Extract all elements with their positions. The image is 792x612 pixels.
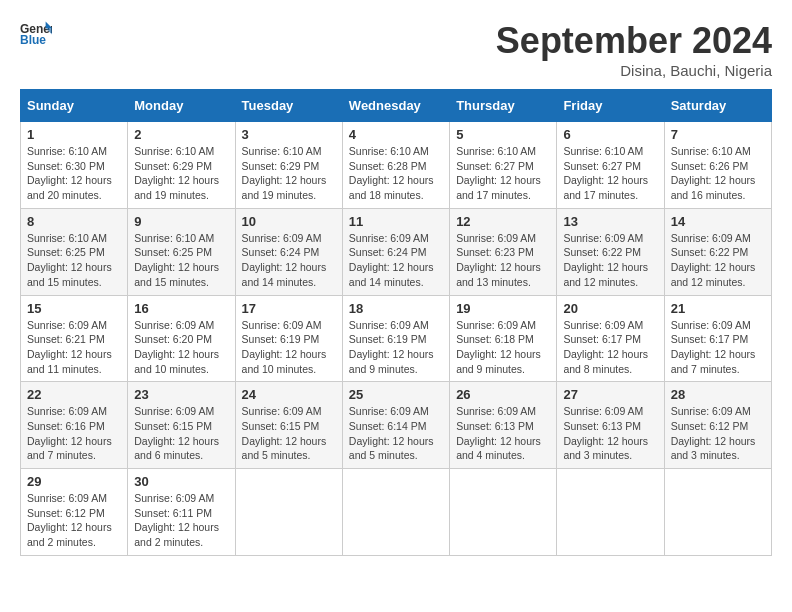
day-number: 9: [134, 214, 228, 229]
header-monday: Monday: [128, 90, 235, 122]
calendar-cell: 30Sunrise: 6:09 AM Sunset: 6:11 PM Dayli…: [128, 469, 235, 556]
calendar-cell: [557, 469, 664, 556]
calendar-cell: 1Sunrise: 6:10 AM Sunset: 6:30 PM Daylig…: [21, 122, 128, 209]
day-number: 19: [456, 301, 550, 316]
day-number: 23: [134, 387, 228, 402]
location-subtitle: Disina, Bauchi, Nigeria: [496, 62, 772, 79]
header-friday: Friday: [557, 90, 664, 122]
calendar-cell: 28Sunrise: 6:09 AM Sunset: 6:12 PM Dayli…: [664, 382, 771, 469]
day-info: Sunrise: 6:09 AM Sunset: 6:17 PM Dayligh…: [671, 318, 765, 377]
day-number: 27: [563, 387, 657, 402]
header-sunday: Sunday: [21, 90, 128, 122]
header-wednesday: Wednesday: [342, 90, 449, 122]
calendar-cell: 14Sunrise: 6:09 AM Sunset: 6:22 PM Dayli…: [664, 208, 771, 295]
day-number: 18: [349, 301, 443, 316]
day-info: Sunrise: 6:09 AM Sunset: 6:13 PM Dayligh…: [563, 404, 657, 463]
title-block: September 2024 Disina, Bauchi, Nigeria: [496, 20, 772, 79]
calendar-cell: 20Sunrise: 6:09 AM Sunset: 6:17 PM Dayli…: [557, 295, 664, 382]
day-info: Sunrise: 6:09 AM Sunset: 6:15 PM Dayligh…: [134, 404, 228, 463]
calendar-cell: 25Sunrise: 6:09 AM Sunset: 6:14 PM Dayli…: [342, 382, 449, 469]
calendar-cell: 2Sunrise: 6:10 AM Sunset: 6:29 PM Daylig…: [128, 122, 235, 209]
day-number: 26: [456, 387, 550, 402]
calendar-week-row: 8Sunrise: 6:10 AM Sunset: 6:25 PM Daylig…: [21, 208, 772, 295]
day-info: Sunrise: 6:09 AM Sunset: 6:22 PM Dayligh…: [671, 231, 765, 290]
header-thursday: Thursday: [450, 90, 557, 122]
calendar-cell: 18Sunrise: 6:09 AM Sunset: 6:19 PM Dayli…: [342, 295, 449, 382]
day-info: Sunrise: 6:10 AM Sunset: 6:27 PM Dayligh…: [456, 144, 550, 203]
header-tuesday: Tuesday: [235, 90, 342, 122]
day-info: Sunrise: 6:10 AM Sunset: 6:26 PM Dayligh…: [671, 144, 765, 203]
calendar-cell: 29Sunrise: 6:09 AM Sunset: 6:12 PM Dayli…: [21, 469, 128, 556]
logo: General Blue: [20, 20, 52, 48]
calendar-cell: 10Sunrise: 6:09 AM Sunset: 6:24 PM Dayli…: [235, 208, 342, 295]
day-info: Sunrise: 6:10 AM Sunset: 6:29 PM Dayligh…: [134, 144, 228, 203]
calendar-cell: [450, 469, 557, 556]
day-number: 30: [134, 474, 228, 489]
calendar-cell: 19Sunrise: 6:09 AM Sunset: 6:18 PM Dayli…: [450, 295, 557, 382]
day-number: 10: [242, 214, 336, 229]
day-info: Sunrise: 6:09 AM Sunset: 6:12 PM Dayligh…: [27, 491, 121, 550]
day-info: Sunrise: 6:09 AM Sunset: 6:22 PM Dayligh…: [563, 231, 657, 290]
day-number: 5: [456, 127, 550, 142]
day-info: Sunrise: 6:09 AM Sunset: 6:19 PM Dayligh…: [242, 318, 336, 377]
day-number: 14: [671, 214, 765, 229]
calendar-cell: 4Sunrise: 6:10 AM Sunset: 6:28 PM Daylig…: [342, 122, 449, 209]
calendar-cell: 24Sunrise: 6:09 AM Sunset: 6:15 PM Dayli…: [235, 382, 342, 469]
day-number: 24: [242, 387, 336, 402]
calendar-cell: 21Sunrise: 6:09 AM Sunset: 6:17 PM Dayli…: [664, 295, 771, 382]
day-number: 6: [563, 127, 657, 142]
calendar-cell: 23Sunrise: 6:09 AM Sunset: 6:15 PM Dayli…: [128, 382, 235, 469]
calendar-cell: 7Sunrise: 6:10 AM Sunset: 6:26 PM Daylig…: [664, 122, 771, 209]
calendar-cell: 11Sunrise: 6:09 AM Sunset: 6:24 PM Dayli…: [342, 208, 449, 295]
day-number: 1: [27, 127, 121, 142]
day-number: 4: [349, 127, 443, 142]
page-header: General Blue September 2024 Disina, Bauc…: [20, 20, 772, 79]
calendar-week-row: 1Sunrise: 6:10 AM Sunset: 6:30 PM Daylig…: [21, 122, 772, 209]
day-info: Sunrise: 6:09 AM Sunset: 6:15 PM Dayligh…: [242, 404, 336, 463]
day-number: 16: [134, 301, 228, 316]
calendar-cell: 17Sunrise: 6:09 AM Sunset: 6:19 PM Dayli…: [235, 295, 342, 382]
day-info: Sunrise: 6:09 AM Sunset: 6:20 PM Dayligh…: [134, 318, 228, 377]
day-info: Sunrise: 6:09 AM Sunset: 6:18 PM Dayligh…: [456, 318, 550, 377]
day-number: 2: [134, 127, 228, 142]
day-number: 7: [671, 127, 765, 142]
day-info: Sunrise: 6:09 AM Sunset: 6:23 PM Dayligh…: [456, 231, 550, 290]
calendar-cell: 12Sunrise: 6:09 AM Sunset: 6:23 PM Dayli…: [450, 208, 557, 295]
day-number: 17: [242, 301, 336, 316]
day-number: 28: [671, 387, 765, 402]
calendar-cell: 16Sunrise: 6:09 AM Sunset: 6:20 PM Dayli…: [128, 295, 235, 382]
calendar-table: SundayMondayTuesdayWednesdayThursdayFrid…: [20, 89, 772, 556]
calendar-cell: 6Sunrise: 6:10 AM Sunset: 6:27 PM Daylig…: [557, 122, 664, 209]
calendar-cell: 22Sunrise: 6:09 AM Sunset: 6:16 PM Dayli…: [21, 382, 128, 469]
calendar-cell: 8Sunrise: 6:10 AM Sunset: 6:25 PM Daylig…: [21, 208, 128, 295]
calendar-cell: 5Sunrise: 6:10 AM Sunset: 6:27 PM Daylig…: [450, 122, 557, 209]
calendar-cell: 3Sunrise: 6:10 AM Sunset: 6:29 PM Daylig…: [235, 122, 342, 209]
day-info: Sunrise: 6:09 AM Sunset: 6:12 PM Dayligh…: [671, 404, 765, 463]
header-saturday: Saturday: [664, 90, 771, 122]
day-number: 8: [27, 214, 121, 229]
day-info: Sunrise: 6:09 AM Sunset: 6:17 PM Dayligh…: [563, 318, 657, 377]
calendar-cell: 9Sunrise: 6:10 AM Sunset: 6:25 PM Daylig…: [128, 208, 235, 295]
day-number: 11: [349, 214, 443, 229]
calendar-body: 1Sunrise: 6:10 AM Sunset: 6:30 PM Daylig…: [21, 122, 772, 556]
calendar-week-row: 29Sunrise: 6:09 AM Sunset: 6:12 PM Dayli…: [21, 469, 772, 556]
month-title: September 2024: [496, 20, 772, 62]
calendar-header-row: SundayMondayTuesdayWednesdayThursdayFrid…: [21, 90, 772, 122]
calendar-cell: 27Sunrise: 6:09 AM Sunset: 6:13 PM Dayli…: [557, 382, 664, 469]
calendar-cell: [342, 469, 449, 556]
svg-text:Blue: Blue: [20, 33, 46, 47]
day-info: Sunrise: 6:10 AM Sunset: 6:27 PM Dayligh…: [563, 144, 657, 203]
day-info: Sunrise: 6:10 AM Sunset: 6:28 PM Dayligh…: [349, 144, 443, 203]
calendar-cell: 26Sunrise: 6:09 AM Sunset: 6:13 PM Dayli…: [450, 382, 557, 469]
day-info: Sunrise: 6:10 AM Sunset: 6:25 PM Dayligh…: [27, 231, 121, 290]
day-number: 22: [27, 387, 121, 402]
day-number: 25: [349, 387, 443, 402]
day-number: 12: [456, 214, 550, 229]
day-info: Sunrise: 6:09 AM Sunset: 6:24 PM Dayligh…: [349, 231, 443, 290]
day-info: Sunrise: 6:09 AM Sunset: 6:13 PM Dayligh…: [456, 404, 550, 463]
day-number: 20: [563, 301, 657, 316]
day-info: Sunrise: 6:09 AM Sunset: 6:19 PM Dayligh…: [349, 318, 443, 377]
day-info: Sunrise: 6:09 AM Sunset: 6:16 PM Dayligh…: [27, 404, 121, 463]
day-number: 29: [27, 474, 121, 489]
day-info: Sunrise: 6:10 AM Sunset: 6:25 PM Dayligh…: [134, 231, 228, 290]
